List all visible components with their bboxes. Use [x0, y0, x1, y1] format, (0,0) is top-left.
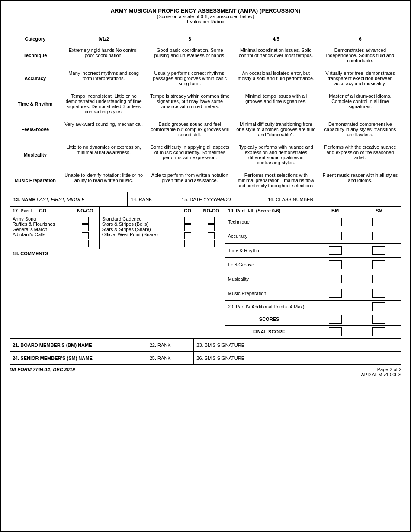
item-adjutants-calls: Adjutant's Calls	[13, 232, 68, 237]
score45-3: Minimal difficulty transitioning from on…	[233, 118, 319, 141]
field-15: 15. DATE YYYYMMDD	[178, 192, 264, 206]
signature-table: 21. BOARD MEMBER'S (BM) NAME 22. RANK 23…	[10, 338, 401, 365]
part17-label: 17. Part I GO	[10, 207, 71, 215]
cb-ruffles-go[interactable]	[82, 224, 89, 231]
score45-1: An occasional isolated error, but mostly…	[233, 67, 319, 90]
field22-label: 22. RANK	[150, 343, 171, 348]
score-technique-sm[interactable]	[372, 218, 385, 226]
p19-accuracy-bm	[313, 229, 357, 244]
page-footer: DA FORM 7764-11, DEC 2019 Page 2 of 2 AP…	[10, 367, 401, 377]
part17-nogo-label: NO-GO	[71, 207, 99, 215]
score45-5: Performs most selections with minimal pr…	[233, 169, 319, 192]
score012-3: Very awkward sounding, mechanical.	[61, 118, 147, 141]
score012-5: Unable to identify notation; little or n…	[61, 169, 147, 192]
field23-cell: 23. BM'S SIGNATURE	[194, 339, 401, 352]
score-final-bm[interactable]	[329, 327, 342, 336]
score-musicprep-bm[interactable]	[329, 289, 342, 298]
part17-col-go: GO	[178, 207, 197, 215]
score012-4: Little to no dynamics or expression, min…	[61, 141, 147, 169]
score-timerhythm-bm[interactable]	[329, 246, 342, 255]
part17-left-items: Army Song Ruffles & Flourishes General's…	[10, 215, 71, 249]
p19-technique-label: Technique	[225, 215, 313, 229]
subtitle-line2: (Score on a scale of 0-6, as prescribed …	[10, 14, 401, 19]
score-scores-bm[interactable]	[329, 315, 342, 324]
field21-label: 21. BOARD MEMBER'S (BM) NAME	[13, 343, 92, 348]
p19-feelgroove-bm	[313, 258, 357, 272]
cb-west-point-nogo[interactable]	[208, 240, 215, 247]
score-musicality-bm[interactable]	[329, 275, 342, 283]
p19-technique-sm	[357, 215, 401, 229]
cb-adjutants-go[interactable]	[82, 240, 89, 247]
cb-west-point-go[interactable]	[184, 240, 191, 247]
score-feelgroove-bm[interactable]	[329, 260, 342, 269]
score-additional-points[interactable]	[372, 302, 385, 311]
cb-army-song-go[interactable]	[82, 217, 89, 224]
part19-sm-label: SM	[357, 207, 401, 215]
header: ARMY MUSICIAN PROFICIENCY ASSESSMENT (AM…	[10, 7, 401, 24]
item-army-song: Army Song	[13, 216, 68, 221]
p19-timerhythm-bm	[313, 244, 357, 258]
score-accuracy-sm[interactable]	[372, 232, 385, 240]
rubric-row-4: Musicality Little to no dynamics or expr…	[10, 141, 401, 169]
p19-musicprep-sm	[357, 286, 401, 301]
page-container: ARMY MUSICIAN PROFICIENCY ASSESSMENT (AM…	[0, 0, 411, 532]
score3-5: Able to perform from written notation gi…	[147, 169, 233, 192]
field15-label: 15. DATE	[182, 197, 202, 202]
category-2: Time & Rhythm	[10, 90, 61, 118]
score6-2: Master of all drum-set idioms. Complete …	[319, 90, 401, 118]
p19-technique-bm	[313, 215, 357, 229]
scores-label-cell: SCORES	[225, 313, 313, 326]
p19-musicprep-bm	[313, 286, 357, 301]
cb-stars-bells-nogo[interactable]	[208, 224, 215, 231]
right-lower-cell: 19. Part II-III (Score 0-6) BM SM Techni…	[225, 207, 401, 338]
score-final-sm[interactable]	[372, 327, 385, 336]
score3-3: Basic grooves sound and feel comfortable…	[147, 118, 233, 141]
p19-timerhythm-sm	[357, 244, 401, 258]
cb-stars-snare-go[interactable]	[184, 232, 191, 239]
cb-stars-snare-nogo[interactable]	[208, 232, 215, 239]
field-16: 16. CLASS NUMBER	[264, 192, 401, 206]
rubric-row-2: Time & Rhythm Tempo inconsistent. Little…	[10, 90, 401, 118]
score-technique-bm[interactable]	[329, 218, 342, 226]
subtitle-line3: Evaluation Rubric	[10, 19, 401, 24]
score-scores-sm[interactable]	[372, 315, 385, 324]
score-accuracy-bm[interactable]	[329, 232, 342, 240]
part19-bm-label: BM	[313, 207, 357, 215]
score-musicprep-sm[interactable]	[372, 289, 385, 298]
category-5: Music Preparation	[10, 169, 61, 192]
field23-label: 23. BM'S SIGNATURE	[196, 343, 244, 348]
cb-std-cadence-go[interactable]	[184, 217, 191, 224]
p19-feelgroove-sm	[357, 258, 401, 272]
col-header-45: 4/5	[233, 34, 319, 44]
rubric-row-1: Accuracy Many incorrect rhythms and song…	[10, 67, 401, 90]
cb-std-cadence-nogo[interactable]	[208, 217, 215, 224]
part17-col-nogo: NO-GO	[197, 207, 225, 215]
p19-accuracy-sm	[357, 229, 401, 244]
final-score-label-cell: FINAL SCORE	[225, 326, 313, 338]
p19-accuracy-label: Accuracy	[225, 229, 313, 244]
item-ruffles: Ruffles & Flourishes	[13, 221, 68, 227]
score012-1: Many incorrect rhythms and song form int…	[61, 67, 147, 90]
score45-2: Minimal tempo issues with all grooves an…	[233, 90, 319, 118]
score-timerhythm-sm[interactable]	[372, 246, 385, 255]
field20-label: 20. Part IV Additional Points (4 Max)	[225, 301, 357, 313]
category-1: Accuracy	[10, 67, 61, 90]
score6-5: Fluent music reader within all styles an…	[319, 169, 401, 192]
cb-stars-bells-go[interactable]	[184, 224, 191, 231]
col-header-6: 6	[319, 34, 401, 44]
cb-generals-go[interactable]	[82, 232, 89, 239]
field13-italic: LAST, FIRST, MIDDLE	[37, 197, 85, 202]
category-0: Technique	[10, 44, 61, 67]
score-musicality-sm[interactable]	[372, 275, 385, 283]
item-stars-snare: Stars & Stripes (Snare)	[102, 227, 175, 232]
p19-musicality-label: Musicality	[225, 272, 313, 286]
score-feelgroove-sm[interactable]	[372, 260, 385, 269]
rubric-row-0: Technique Extremely rigid hands No contr…	[10, 44, 401, 67]
field-14: 14. RANK	[127, 192, 178, 206]
field26-label: 26. SM'S SIGNATURE	[196, 356, 244, 361]
item-standard-cadence: Standard Cadence	[102, 216, 175, 221]
score012-2: Tempo inconsistent. Little or no demonst…	[61, 90, 147, 118]
score6-0: Demonstrates advanced independence. Soun…	[319, 44, 401, 67]
info-row: 13. NAME LAST, FIRST, MIDDLE 14. RANK 15…	[10, 192, 401, 206]
score3-0: Good basic coordination. Some pulsing an…	[147, 44, 233, 67]
